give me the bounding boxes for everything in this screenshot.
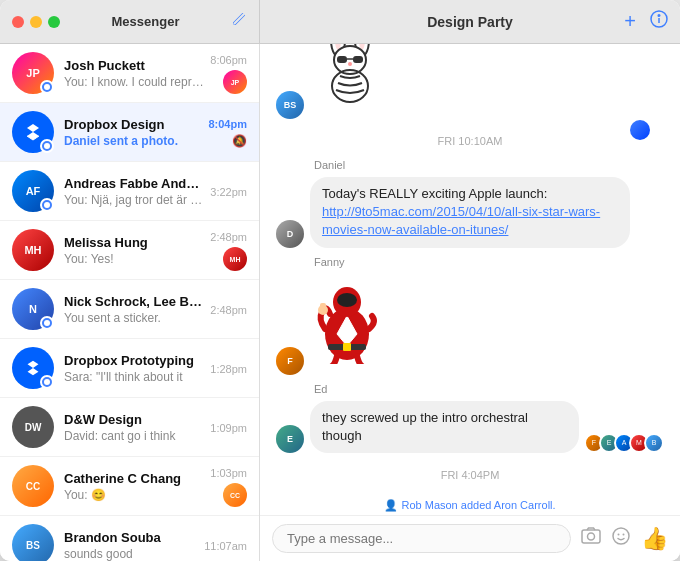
avatar-wrap: BS — [12, 524, 54, 561]
message-bubble: Today's REALLY exciting Apple launch: ht… — [310, 164, 630, 235]
conv-name: Andreas Fabbe Andersson — [64, 176, 204, 191]
conv-preview: sounds good — [64, 547, 198, 561]
sidebar: JP Josh Puckett You: I know. I could rep… — [0, 44, 260, 561]
message-link[interactable]: http://9to5mac.com/2015/04/10/all-six-st… — [322, 191, 600, 224]
conversation-item[interactable]: Dropbox Prototyping Sara: "I'll think ab… — [0, 339, 259, 398]
avatar: MH — [12, 229, 54, 271]
info-button[interactable] — [650, 10, 668, 33]
svg-point-21 — [337, 280, 357, 294]
conv-time: 3:22pm — [210, 186, 247, 198]
sender-label: Daniel — [314, 146, 664, 158]
online-badge — [40, 139, 54, 153]
conversation-item[interactable]: N Nick Schrock, Lee Byron, ... You sent … — [0, 280, 259, 339]
svg-point-7 — [44, 379, 50, 385]
conversation-item[interactable]: BS Brandon Souba sounds good 11:07am — [0, 516, 259, 561]
conv-meta: 3:22pm — [204, 184, 247, 198]
conv-name: Nick Schrock, Lee Byron, ... — [64, 294, 204, 309]
mute-icon: 🔕 — [232, 134, 247, 148]
conv-preview: David: cant go i think — [64, 429, 204, 443]
message-row: F — [276, 261, 664, 362]
conversation-item[interactable]: JP Josh Puckett You: I know. I could rep… — [0, 44, 259, 103]
msg-avatar: D — [276, 207, 304, 235]
add-participant-button[interactable]: + — [624, 10, 636, 33]
conv-time: 11:07am — [204, 540, 247, 552]
avatar-wrap — [12, 347, 54, 389]
conv-preview: You: I know. I could reproduce. I h... — [64, 75, 204, 89]
emoji-icon[interactable] — [611, 526, 631, 551]
avatar-wrap: JP — [12, 52, 54, 94]
bunny-sticker — [310, 44, 390, 106]
conv-meta: 1:09pm — [204, 420, 247, 434]
conv-info: Brandon Souba sounds good — [64, 530, 198, 561]
conv-meta: 1:28pm — [204, 361, 247, 375]
avatar-wrap: N — [12, 288, 54, 330]
conv-time: 8:04pm — [208, 118, 247, 130]
chat-messages: M E 👍 Brandon BS — [260, 44, 680, 515]
compose-icon[interactable] — [231, 12, 247, 32]
conv-time: 2:48pm — [210, 304, 247, 316]
conv-meta: 2:48pm MH — [204, 229, 247, 271]
system-msg-text: Rob Mason added Aron Carroll. — [401, 486, 555, 498]
chat-input-area: 👍 — [260, 515, 680, 561]
timestamp-divider: FRI 4:04PM — [276, 456, 664, 468]
read-receipt: JP — [223, 70, 247, 94]
online-badge — [40, 198, 54, 212]
messenger-title: Messenger — [68, 14, 223, 29]
chat-area: M E 👍 Brandon BS — [260, 44, 680, 561]
conv-meta: 8:04pm 🔕 — [202, 116, 247, 148]
main-content: JP Josh Puckett You: I know. I could rep… — [0, 44, 680, 561]
conv-preview: You: Yes! — [64, 252, 204, 266]
conversation-item[interactable]: DW D&W Design David: cant go i think 1:0… — [0, 398, 259, 457]
minimize-button[interactable] — [30, 16, 42, 28]
conv-info: Dropbox Prototyping Sara: "I'll think ab… — [64, 353, 204, 384]
person-icon: 👤 — [384, 486, 398, 498]
conv-preview: You sent a sticker. — [64, 311, 204, 325]
svg-point-5 — [44, 202, 50, 208]
msg-avatar: BS — [276, 78, 304, 106]
read-receipt: CC — [223, 483, 247, 507]
like-button[interactable]: 👍 — [641, 526, 668, 552]
conv-time: 8:06pm — [210, 54, 247, 66]
svg-rect-26 — [582, 530, 600, 543]
conv-name: Dropbox Prototyping — [64, 353, 204, 368]
title-bar: Messenger Design Party + — [0, 0, 680, 44]
avatar-wrap: MH — [12, 229, 54, 271]
svg-rect-25 — [343, 330, 351, 338]
conv-name: Melissa Hung — [64, 235, 204, 250]
system-message: 👤 Rob Mason added Aron Carroll. — [276, 486, 664, 499]
photo-icon[interactable] — [581, 526, 601, 551]
side-avatar-right — [630, 120, 650, 140]
conv-meta: 8:06pm JP — [204, 52, 247, 94]
conv-time: 1:28pm — [210, 363, 247, 375]
conversation-item[interactable]: MH Melissa Hung You: Yes! 2:48pm MH — [0, 221, 259, 280]
close-button[interactable] — [12, 16, 24, 28]
svg-rect-14 — [353, 44, 363, 50]
svg-rect-13 — [337, 44, 347, 50]
conv-name: D&W Design — [64, 412, 204, 427]
avatar-wrap — [12, 111, 54, 153]
avatar: DW — [12, 406, 54, 448]
svg-point-16 — [348, 49, 352, 53]
svg-point-6 — [44, 320, 50, 326]
avatar-wrap: CC — [12, 465, 54, 507]
conversation-item[interactable]: AF Andreas Fabbe Andersson You: Njä, jag… — [0, 162, 259, 221]
conversation-item[interactable]: Dropbox Design Daniel sent a photo. 8:04… — [0, 103, 259, 162]
title-bar-right: Design Party + — [260, 0, 680, 43]
reaction-avatars: F E A M B — [589, 420, 664, 440]
reaction-av-5: B — [644, 420, 664, 440]
msg-avatar: F — [276, 334, 304, 362]
svg-point-29 — [618, 534, 620, 536]
maximize-button[interactable] — [48, 16, 60, 28]
avatar: CC — [12, 465, 54, 507]
conv-info: Melissa Hung You: Yes! — [64, 235, 204, 266]
traffic-lights — [12, 16, 60, 28]
message-input[interactable] — [272, 524, 571, 553]
online-badge — [40, 316, 54, 330]
conv-time: 2:48pm — [210, 231, 247, 243]
conv-preview: You: 😊 — [64, 488, 204, 502]
avatar: BS — [12, 524, 54, 561]
svg-point-28 — [613, 528, 629, 544]
conversation-item[interactable]: CC Catherine C Chang You: 😊 1:03pm CC — [0, 457, 259, 516]
conv-info: Josh Puckett You: I know. I could reprod… — [64, 58, 204, 89]
avatar-wrap: DW — [12, 406, 54, 448]
